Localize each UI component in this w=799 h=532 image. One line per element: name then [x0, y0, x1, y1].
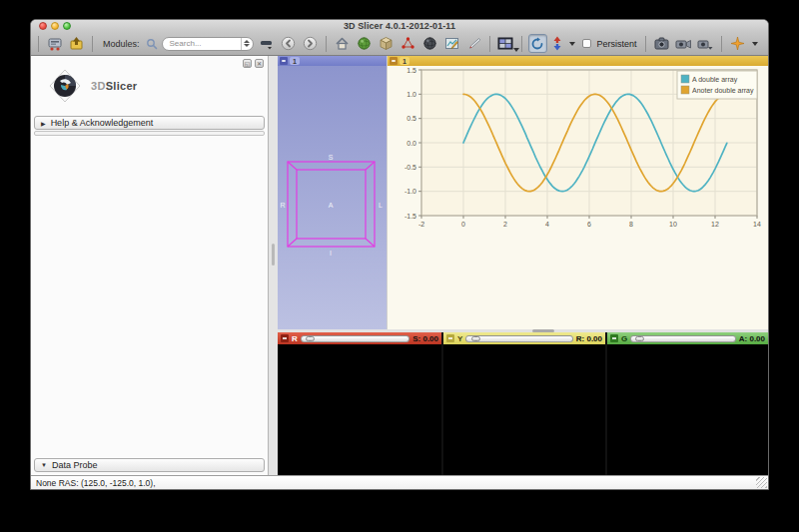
svg-text:A double array: A double array — [692, 76, 738, 84]
threed-view-tab[interactable]: 1 — [290, 57, 300, 65]
data-probe-label: Data Probe — [52, 460, 98, 470]
orientation-letter-i: I — [330, 250, 332, 257]
collapse-arrow-icon: ▼ — [41, 462, 47, 468]
modules-search-combobox[interactable]: Search... — [162, 37, 254, 51]
slicer-logo-icon — [47, 68, 83, 104]
yellow-slice-view: Y R: 0.00 — [443, 332, 605, 475]
main-toolbar: Modules: Search... — [31, 32, 768, 56]
svg-text:Anoter double array: Anoter double array — [692, 87, 754, 95]
row-splitter[interactable] — [278, 329, 768, 332]
rotate-mode-button[interactable] — [528, 34, 547, 53]
chart-viewport[interactable]: -202468101214-1.5-1.0-0.50.00.51.01.5A d… — [388, 66, 768, 329]
title-bar[interactable]: 3D Slicer 4.0.1-2012-01-11 — [31, 20, 768, 32]
slider-handle[interactable] — [471, 336, 480, 341]
toolbar-separator — [489, 36, 490, 52]
panel-splitter[interactable] — [269, 56, 278, 475]
svg-text:6: 6 — [587, 221, 591, 228]
slice-offset-slider[interactable] — [465, 335, 572, 342]
yellow-slice-controller: Y R: 0.00 — [443, 332, 605, 344]
orientation-letter-s: S — [329, 154, 334, 161]
crosshair-button[interactable] — [728, 34, 747, 53]
panel-close-icon[interactable]: ✕ — [255, 59, 264, 68]
svg-text:-2: -2 — [418, 221, 424, 228]
window-title: 3D Slicer 4.0.1-2012-01-11 — [344, 21, 455, 31]
module-search-button[interactable] — [145, 34, 159, 53]
dropdown-caret-icon — [513, 48, 519, 52]
green-sphere-icon — [357, 36, 372, 51]
module-back-button[interactable] — [279, 34, 298, 53]
chart-view: 1 -202468101214-1.5-1.0-0.50.00.51.01.5A… — [388, 56, 768, 329]
status-bar: None RAS: (125.0, -125.0, 1.0), — [31, 475, 768, 489]
slice-offset-value: S: 0.00 — [412, 334, 438, 343]
slider-handle[interactable] — [635, 336, 644, 341]
chart-view-header: 1 — [388, 56, 768, 66]
green-slice-viewport[interactable] — [607, 344, 768, 475]
svg-text:10: 10 — [669, 221, 677, 228]
help-section-label: Help & Acknowledgement — [51, 118, 154, 128]
splitter-handle[interactable] — [272, 244, 275, 266]
forward-arrow-icon — [303, 36, 318, 51]
slice-offset-slider[interactable] — [301, 335, 409, 342]
resize-grip[interactable] — [756, 477, 767, 488]
yellow-slice-viewport[interactable] — [443, 344, 605, 475]
layout-selector-button[interactable] — [496, 34, 515, 53]
module-editor-button[interactable] — [442, 34, 461, 53]
scene-view-button[interactable] — [674, 34, 693, 53]
pin-icon[interactable] — [610, 334, 618, 342]
save-button[interactable] — [67, 34, 86, 53]
slice-view-label: G — [621, 334, 627, 343]
splitter-handle[interactable] — [532, 329, 554, 332]
module-history-button[interactable] — [257, 34, 276, 53]
camera-icon — [654, 37, 669, 50]
persistent-checkbox[interactable] — [582, 39, 591, 48]
pin-icon[interactable] — [390, 57, 398, 65]
desktop-background: 3D Slicer 4.0.1-2012-01-11 — [0, 0, 799, 532]
close-window-button[interactable] — [39, 22, 47, 30]
slicer-logo-text: 3DSlicer — [91, 80, 137, 92]
module-mesh-button[interactable] — [420, 34, 439, 53]
module-measure-button[interactable] — [464, 34, 483, 53]
module-models-button[interactable] — [355, 34, 374, 53]
help-acknowledgement-section[interactable]: ▶ Help & Acknowledgement — [34, 116, 265, 130]
module-annotations-button[interactable] — [399, 34, 417, 53]
pin-icon[interactable] — [446, 334, 454, 342]
red-slice-view: R S: 0.00 — [278, 332, 441, 475]
pencil-icon — [466, 36, 481, 51]
module-volumes-button[interactable] — [377, 34, 396, 53]
home-icon — [335, 36, 350, 51]
module-forward-button[interactable] — [301, 34, 320, 53]
place-mode-button[interactable] — [550, 34, 564, 53]
toolbar-separator — [92, 36, 93, 52]
collapse-arrow-icon: ▶ — [41, 120, 46, 127]
slider-handle[interactable] — [306, 336, 315, 341]
dark-sphere-icon — [422, 36, 437, 51]
screenshot-button[interactable] — [652, 34, 671, 53]
save-icon — [69, 36, 84, 51]
panel-undock-icon[interactable]: ◱ — [243, 59, 252, 68]
minimize-window-button[interactable] — [51, 22, 59, 30]
panel-header-buttons: ◱ ✕ — [243, 59, 264, 68]
slice-view-label: R — [292, 334, 298, 343]
dropdown-caret-icon[interactable] — [569, 42, 575, 46]
svg-text:-1.5: -1.5 — [404, 213, 416, 220]
toolbar-separator — [521, 36, 522, 52]
home-module-button[interactable] — [333, 34, 352, 53]
zoom-window-button[interactable] — [63, 22, 71, 30]
slice-offset-slider[interactable] — [630, 335, 736, 342]
chart-view-tab[interactable]: 1 — [400, 57, 409, 65]
threed-viewport[interactable]: S I R A L — [278, 66, 387, 329]
data-probe-section[interactable]: ▼ Data Probe — [34, 458, 265, 472]
annotations-nodes-icon — [400, 36, 415, 51]
restore-scene-view-button[interactable] — [696, 34, 715, 53]
collapsed-content-strip — [34, 131, 265, 136]
orientation-letter-l: L — [379, 202, 383, 209]
dropdown-caret-icon[interactable] — [752, 42, 758, 46]
load-data-button[interactable] — [45, 34, 64, 53]
main-area: ◱ ✕ 3DSlicer ▶ Help & Ac — [31, 56, 768, 475]
view-layout-area: 1 — [278, 56, 768, 475]
svg-text:0.5: 0.5 — [406, 115, 416, 122]
slicer-logo-row: 3DSlicer — [31, 56, 268, 114]
pin-icon[interactable] — [281, 334, 289, 342]
red-slice-viewport[interactable] — [278, 344, 441, 475]
pin-icon[interactable] — [280, 57, 288, 65]
